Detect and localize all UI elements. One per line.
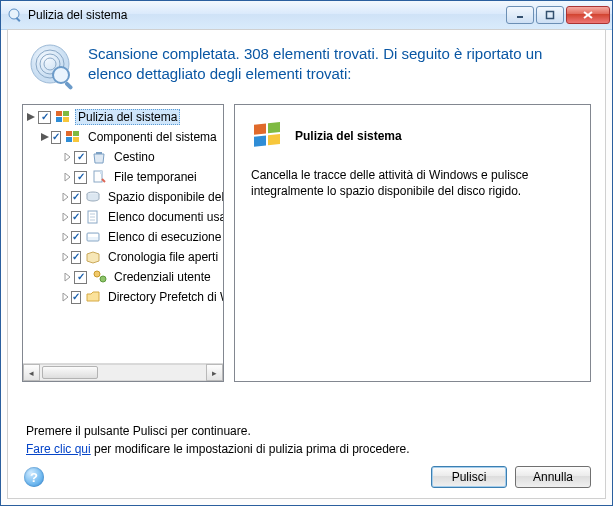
checkbox[interactable] (71, 211, 81, 224)
prefetch-icon (85, 289, 101, 305)
expand-icon[interactable] (61, 151, 73, 163)
app-icon (7, 7, 23, 23)
node-label[interactable]: Directory Prefetch di Windows (105, 289, 223, 305)
svg-marker-29 (63, 213, 68, 221)
tree-node-root[interactable]: Pulizia del sistema (23, 107, 223, 127)
svg-marker-34 (63, 233, 68, 241)
footer-settings-rest: per modificare le impostazioni di pulizi… (91, 442, 410, 456)
windows-flag-icon (65, 129, 81, 145)
expand-icon[interactable] (61, 291, 70, 303)
horizontal-scrollbar[interactable]: ◂ ▸ (23, 363, 223, 381)
detail-panel: Pulizia del sistema Cancella le tracce d… (234, 104, 591, 382)
svg-rect-20 (66, 137, 72, 142)
tree-node-leaf[interactable]: File temporanei (23, 167, 223, 187)
node-label[interactable]: Elenco documenti usati (105, 209, 223, 225)
expand-icon[interactable] (61, 231, 70, 243)
node-label[interactable]: Cronologia file aperti (105, 249, 221, 265)
node-label[interactable]: File temporanei (111, 169, 200, 185)
node-label[interactable]: Cestino (111, 149, 158, 165)
credentials-icon (91, 269, 107, 285)
svg-point-40 (100, 276, 106, 282)
expand-icon[interactable] (61, 171, 73, 183)
tree-node-components[interactable]: Componenti del sistema (23, 127, 223, 147)
recent-docs-icon (85, 209, 101, 225)
collapse-icon[interactable] (25, 111, 37, 123)
checkbox[interactable] (38, 111, 51, 124)
node-label[interactable]: Elenco di esecuzione (105, 229, 223, 245)
svg-marker-27 (63, 193, 68, 201)
scroll-thumb[interactable] (42, 366, 98, 379)
footer: Premere il pulsante Pulisci per continua… (8, 416, 605, 498)
svg-marker-24 (65, 173, 70, 181)
expand-icon[interactable] (61, 191, 70, 203)
svg-rect-43 (268, 122, 280, 133)
svg-marker-37 (63, 253, 68, 261)
tree-node-leaf[interactable]: Cronologia file aperti (23, 247, 223, 267)
window-title: Pulizia del sistema (28, 8, 506, 22)
svg-rect-19 (73, 131, 79, 136)
header: Scansione completata. 308 elementi trova… (8, 30, 605, 98)
node-label[interactable]: Componenti del sistema (85, 129, 220, 145)
svg-rect-3 (547, 12, 554, 19)
svg-rect-23 (96, 152, 102, 154)
scroll-right-button[interactable]: ▸ (206, 364, 223, 381)
svg-rect-14 (63, 111, 69, 116)
svg-rect-16 (63, 117, 69, 122)
close-button[interactable] (566, 6, 610, 24)
footer-settings-hint: Fare clic qui per modificare le impostaz… (26, 442, 587, 456)
open-history-icon (85, 249, 101, 265)
windows-flag-icon (55, 109, 71, 125)
svg-marker-22 (65, 153, 70, 161)
tree-view[interactable]: Pulizia del sistema Componenti del siste… (23, 105, 223, 363)
help-icon[interactable]: ? (24, 467, 44, 487)
scan-summary: Scansione completata. 308 elementi trova… (88, 42, 585, 90)
expand-icon[interactable] (61, 251, 70, 263)
tree-node-leaf[interactable]: Elenco di esecuzione (23, 227, 223, 247)
svg-rect-45 (268, 134, 280, 145)
node-label[interactable]: Pulizia del sistema (75, 109, 180, 125)
disk-space-icon (85, 189, 101, 205)
minimize-button[interactable] (506, 6, 534, 24)
checkbox[interactable] (71, 191, 81, 204)
node-label[interactable]: Spazio disponibile del disco (105, 189, 223, 205)
checkbox[interactable] (71, 231, 81, 244)
maximize-button[interactable] (536, 6, 564, 24)
tree-node-leaf[interactable]: Spazio disponibile del disco (23, 187, 223, 207)
checkbox[interactable] (74, 151, 87, 164)
checkbox[interactable] (71, 291, 81, 304)
expand-icon[interactable] (61, 211, 70, 223)
checkbox[interactable] (74, 271, 87, 284)
svg-point-39 (94, 271, 100, 277)
svg-point-10 (53, 67, 69, 83)
checkbox[interactable] (51, 131, 61, 144)
tree-node-leaf[interactable]: Directory Prefetch di Windows (23, 287, 223, 307)
checkbox[interactable] (74, 171, 87, 184)
svg-marker-38 (65, 273, 70, 281)
svg-rect-21 (73, 137, 79, 142)
detail-description: Cancella le tracce delle attività di Win… (251, 167, 574, 199)
tree-node-leaf[interactable]: Cestino (23, 147, 223, 167)
clean-button[interactable]: Pulisci (431, 466, 507, 488)
scroll-track[interactable] (40, 364, 206, 381)
collapse-icon[interactable] (41, 131, 50, 143)
tree-node-leaf[interactable]: Elenco documenti usati (23, 207, 223, 227)
cancel-button[interactable]: Annulla (515, 466, 591, 488)
svg-rect-1 (16, 17, 21, 22)
expand-icon[interactable] (61, 271, 73, 283)
fingerprint-search-icon (28, 42, 76, 90)
svg-rect-26 (100, 171, 102, 174)
svg-rect-18 (66, 131, 72, 136)
scroll-left-button[interactable]: ◂ (23, 364, 40, 381)
temp-files-icon (91, 169, 107, 185)
app-window: Pulizia del sistema (0, 0, 613, 506)
checkbox[interactable] (71, 251, 81, 264)
tree-panel: Pulizia del sistema Componenti del siste… (22, 104, 224, 382)
svg-rect-44 (254, 135, 266, 146)
detail-title: Pulizia del sistema (295, 129, 402, 143)
settings-link[interactable]: Fare clic qui (26, 442, 91, 456)
windows-flag-icon (251, 119, 285, 153)
recycle-bin-icon (91, 149, 107, 165)
titlebar: Pulizia del sistema (1, 1, 612, 30)
tree-node-leaf[interactable]: Credenziali utente (23, 267, 223, 287)
node-label[interactable]: Credenziali utente (111, 269, 214, 285)
